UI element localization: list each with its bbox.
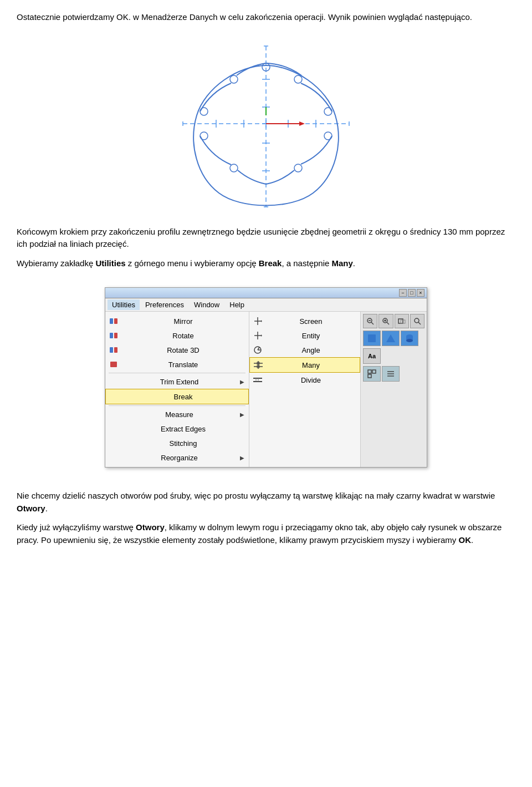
paragraph-3: Wybieramy zakładkę Utilities z górnego m… [17, 257, 515, 270]
svg-rect-69 [372, 370, 376, 373]
menu-item-trim-extend[interactable]: Trim Extend ▶ [105, 374, 249, 389]
stitching-icon [109, 438, 119, 448]
entity-label: Entity [266, 332, 356, 340]
paragraph-1: Ostatecznie potwierdzamy OK. w Menadżerz… [17, 11, 515, 24]
svg-marker-37 [261, 320, 262, 322]
zoom-out-button[interactable] [363, 314, 377, 328]
paragraph-4: Nie chcemy dzielić naszych otworów pod ś… [17, 490, 515, 515]
translate-label: Translate [122, 361, 244, 369]
mirror-icon [109, 316, 119, 326]
menu-item-many[interactable]: Many [249, 357, 360, 373]
many-label: Many [267, 361, 355, 369]
toolbar-area: Aa [360, 312, 427, 467]
tool-grid-button[interactable] [363, 366, 381, 382]
svg-point-11 [294, 75, 302, 83]
menu-item-rotate3d[interactable]: Rotate 3D [105, 343, 249, 357]
menu-screenshot: − □ × Utilities Preferences Window Help … [105, 287, 427, 468]
menu-screenshot-container: − □ × Utilities Preferences Window Help … [17, 276, 515, 481]
svg-point-14 [294, 164, 302, 172]
angle-label: Angle [266, 346, 356, 354]
reorganize-arrow: ▶ [240, 455, 244, 461]
reorganize-label: Reorganize [122, 454, 237, 462]
menu-bar-help[interactable]: Help [225, 299, 249, 310]
translate-icon [109, 359, 119, 369]
shape-blue-button[interactable] [363, 331, 381, 346]
svg-rect-32 [110, 347, 113, 353]
svg-marker-40 [261, 334, 262, 337]
minimize-button[interactable]: − [399, 289, 407, 297]
tool-lines-button[interactable] [382, 366, 400, 382]
svg-rect-29 [114, 318, 117, 324]
zoom-extra-button[interactable] [410, 314, 424, 328]
menu-item-break[interactable]: Break [105, 389, 249, 404]
menu-item-entity[interactable]: Entity [249, 328, 360, 343]
shape-triangle-button[interactable] [382, 331, 400, 346]
zoom-in-button[interactable] [378, 314, 393, 328]
menu-bar-window[interactable]: Window [190, 299, 224, 310]
menu-item-rotate[interactable]: Rotate [105, 328, 249, 343]
diagram-svg [172, 35, 360, 212]
screen-label: Screen [266, 317, 356, 326]
stitching-label: Stitching [122, 439, 244, 448]
measure-icon [109, 409, 119, 419]
angle-icon [253, 345, 263, 355]
toolbar-row-4 [363, 366, 424, 382]
reorganize-icon [109, 453, 119, 463]
svg-rect-31 [114, 333, 117, 338]
zoom-fit-button[interactable] [395, 314, 409, 328]
separator-2 [109, 405, 245, 406]
menu-content: Mirror Rotate Rotate 3D [105, 312, 427, 467]
svg-marker-26 [299, 121, 305, 126]
menu-item-translate[interactable]: Translate [105, 357, 249, 372]
menu-left-panel: Mirror Rotate Rotate 3D [105, 312, 249, 467]
maximize-button[interactable]: □ [408, 289, 416, 297]
menu-titlebar: − □ × [105, 288, 427, 298]
extract-edges-icon [109, 424, 119, 434]
rotate-icon [109, 331, 119, 341]
svg-rect-30 [110, 333, 113, 338]
menu-bar-utilities[interactable]: Utilities [108, 299, 140, 310]
svg-rect-34 [110, 362, 117, 367]
divide-icon [253, 375, 263, 385]
svg-point-15 [230, 164, 238, 172]
diagram-container [17, 35, 515, 212]
paragraph-2: Końcowym krokiem przy zakończeniu profil… [17, 226, 515, 251]
mirror-label: Mirror [122, 317, 244, 326]
trim-extend-arrow: ▶ [240, 379, 244, 385]
trim-extend-label: Trim Extend [122, 378, 237, 386]
break-icon [109, 392, 119, 402]
svg-line-53 [371, 322, 374, 324]
svg-rect-28 [110, 318, 113, 324]
toolbar-row-2 [363, 331, 424, 346]
menu-bar-preferences[interactable]: Preferences [141, 299, 188, 310]
menu-item-extract-edges[interactable]: Extract Edges [105, 422, 249, 436]
menu-item-mirror[interactable]: Mirror [105, 314, 249, 328]
menu-right-panel: Screen Entity [249, 312, 360, 467]
menu-item-measure[interactable]: Measure ▶ [105, 407, 249, 422]
screen-icon [253, 316, 263, 326]
extract-edges-label: Extract Edges [122, 425, 244, 433]
menu-bar: Utilities Preferences Window Help [105, 298, 427, 312]
menu-item-screen[interactable]: Screen [249, 314, 360, 328]
toolbar-row-1 [363, 314, 424, 328]
toolbar-row-3: Aa [363, 348, 424, 364]
svg-rect-70 [368, 374, 371, 378]
close-button[interactable]: × [417, 289, 424, 297]
menu-item-divide[interactable]: Divide [249, 373, 360, 387]
menu-item-reorganize[interactable]: Reorganize ▶ [105, 450, 249, 465]
svg-point-67 [406, 339, 413, 342]
menu-item-stitching[interactable]: Stitching [105, 436, 249, 450]
rotate-label: Rotate [122, 332, 244, 340]
svg-line-62 [418, 322, 421, 324]
shape-cylinder-button[interactable] [401, 331, 418, 346]
tool-aa-button[interactable]: Aa [363, 348, 381, 364]
measure-label: Measure [122, 410, 237, 419]
menu-item-angle[interactable]: Angle [249, 343, 360, 357]
many-icon [253, 360, 263, 370]
svg-rect-63 [368, 334, 376, 342]
divide-label: Divide [266, 376, 356, 384]
svg-line-56 [387, 322, 389, 324]
paragraph-5: Kiedy już wyłączyliśmy warstwę Otwory, k… [17, 521, 515, 546]
entity-icon [253, 331, 263, 341]
rotate3d-label: Rotate 3D [122, 346, 244, 354]
